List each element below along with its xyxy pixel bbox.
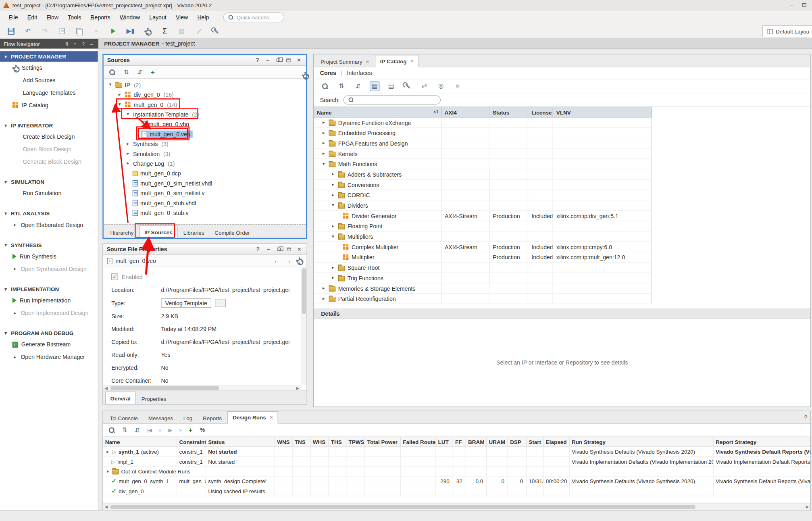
column-header-axi4[interactable]: AXI4 — [441, 107, 489, 117]
scrollbar-thumb[interactable] — [110, 386, 219, 390]
sidebar-section-implementation[interactable]: ▾ IMPLEMENTATION — [0, 284, 98, 294]
maximize-icon[interactable] — [285, 56, 292, 64]
chevron-right-icon[interactable]: ▸ — [330, 193, 335, 198]
ip-core-row-multiplier[interactable]: Multiplier ProductionIncludedxilinx.com:… — [314, 252, 651, 263]
ip-category-row-dividers[interactable]: ▾Dividers — [314, 200, 651, 211]
chevron-right-icon[interactable]: ▸ — [321, 151, 326, 156]
ip-category-row[interactable]: ▸CORDIC — [314, 190, 651, 200]
ip-category-row[interactable]: ▸Trig Functions — [314, 273, 651, 283]
ip-core-row-complex-multiplier[interactable]: Complex Multiplier AXI4-StreamProduction… — [314, 242, 651, 252]
edit-button[interactable] — [194, 27, 204, 36]
sidebar-item-create-block-design[interactable]: Create Block Design — [0, 131, 98, 143]
chevron-right-icon[interactable]: ▸ — [321, 131, 326, 135]
search-icon[interactable] — [108, 427, 115, 433]
collapse-all-icon[interactable]: ⇅ — [124, 69, 129, 75]
scroll-right-icon[interactable]: ▶ — [295, 386, 301, 390]
ip-category-row[interactable]: ▸Partial Reconfiguration — [314, 294, 651, 304]
menu-flow[interactable]: Flow — [42, 12, 63, 23]
forward-icon[interactable]: → — [285, 257, 291, 265]
maximize-icon[interactable] — [285, 246, 293, 253]
run-button[interactable] — [109, 27, 118, 36]
ip-category-row[interactable]: ▸Memories & Storage Elements — [314, 283, 651, 294]
tree-row-simulation[interactable]: ▸ Simulation (3) — [104, 149, 306, 158]
help-icon[interactable]: ? — [80, 41, 86, 46]
chevron-down-icon[interactable]: ▾ — [108, 82, 113, 87]
column-header[interactable]: Failed Routes — [401, 437, 436, 446]
expand-all-icon[interactable]: ⇅ — [137, 69, 142, 75]
column-header[interactable]: DSP — [508, 437, 527, 446]
launch-runs-icon[interactable]: ▶ — [168, 427, 172, 433]
close-icon[interactable]: × — [366, 58, 369, 64]
tree-row-sim-netlist-v[interactable]: mult_gen_0_sim_netlist.v — [104, 188, 306, 198]
sidebar-item-open-synthesized-design[interactable]: ▸ Open Synthesized Design — [0, 263, 98, 275]
menu-layout[interactable]: Layout — [145, 12, 171, 23]
sidebar-item-add-sources[interactable]: Add Sources — [0, 74, 98, 87]
expand-all-icon[interactable]: ⇅ — [135, 427, 140, 433]
tree-row-stub-vhdl[interactable]: mult_gen_0_stub.vhdl — [104, 198, 306, 208]
ip-category-row[interactable]: ▸Dynamic Function eXchange — [314, 118, 651, 128]
chevron-down-icon[interactable]: ▾ — [125, 112, 131, 117]
tree-row-synthesis[interactable]: ▸ Synthesis (3) — [104, 139, 306, 148]
percentage-icon[interactable]: % — [200, 427, 205, 433]
first-run-icon[interactable]: |◀ — [147, 427, 152, 433]
chevron-right-icon[interactable]: ▸ — [321, 296, 326, 301]
tree-row-veo-file[interactable]: mult_gen_0.veo — [104, 129, 306, 139]
sidebar-item-run-synthesis[interactable]: Run Synthesis — [0, 250, 98, 263]
tab-libraries[interactable]: Libraries — [179, 227, 209, 238]
tab-hierarchy[interactable]: Hierarchy — [106, 227, 138, 238]
column-header[interactable]: TNS — [293, 437, 311, 446]
sidebar-section-program-and-debug[interactable]: ▾ PROGRAM AND DEBUG — [0, 328, 98, 338]
sum-button[interactable]: Σ — [160, 27, 169, 36]
tab-properties[interactable]: Properties — [137, 393, 171, 404]
ip-category-row[interactable]: ▸Square Root — [314, 263, 651, 273]
gear-icon[interactable] — [296, 257, 302, 264]
search-icon[interactable] — [109, 69, 116, 75]
float-icon[interactable] — [275, 56, 282, 64]
chevron-right-icon[interactable]: ▸ — [330, 172, 335, 177]
help-icon[interactable]: ? — [254, 56, 261, 64]
sidebar-section-rtl-analysis[interactable]: ▾ RTL ANALYSIS — [0, 208, 98, 219]
chevron-down-icon[interactable]: ▾ — [321, 162, 326, 167]
sidebar-section-synthesis[interactable]: ▾ SYNTHESIS — [0, 240, 98, 250]
column-header[interactable]: LUT — [436, 437, 453, 446]
subnav-interfaces[interactable]: Interfaces — [347, 70, 372, 76]
maximize-window-icon[interactable] — [800, 1, 809, 8]
scroll-right-icon[interactable]: ▶ — [804, 504, 810, 509]
menu-view[interactable]: View — [171, 12, 193, 23]
help-icon[interactable]: ? — [254, 246, 262, 253]
menu-window[interactable]: Window — [115, 12, 144, 23]
close-icon[interactable]: × — [270, 415, 273, 421]
tab-general[interactable]: General — [105, 392, 136, 404]
ip-core-row-divider-generator[interactable]: Divider Generator AXI4-StreamProductionI… — [314, 211, 651, 221]
column-header[interactable]: WNS — [275, 437, 293, 446]
sidebar-item-settings[interactable]: Settings — [0, 62, 98, 74]
add-sources-icon[interactable]: + — [151, 68, 155, 76]
type-dropdown[interactable]: Verilog Template — [161, 298, 211, 307]
chevron-down-icon[interactable]: ▾ — [330, 203, 335, 208]
scroll-left-icon[interactable]: ◀ — [103, 504, 109, 509]
minimize-icon[interactable]: – — [264, 56, 271, 64]
column-header[interactable]: TPWS — [346, 437, 365, 446]
tree-row-ip[interactable]: ▾ IP (2) — [104, 80, 306, 90]
chevron-right-icon[interactable]: ▸ — [321, 120, 326, 125]
chevron-right-icon[interactable]: ▸ — [117, 92, 122, 97]
ip-category-row[interactable]: ▸Kernels — [314, 149, 651, 159]
step-button[interactable]: ▶▮ — [126, 27, 135, 36]
close-icon[interactable]: × — [410, 58, 413, 64]
menu-edit[interactable]: Edit — [23, 12, 42, 23]
ip-category-row[interactable]: ▸Floating Point — [314, 221, 651, 231]
minimize-icon[interactable]: – — [264, 246, 272, 253]
chevron-down-icon[interactable]: ▾ — [105, 469, 110, 474]
sidebar-item-language-templates[interactable]: Language Templates — [0, 86, 98, 99]
sidebar-item-run-simulation[interactable]: Run Simulation — [0, 187, 98, 200]
type-browse-button[interactable]: ··· — [215, 298, 226, 307]
tree-row-dcp-file[interactable]: mult_gen_0.dcp — [104, 168, 306, 178]
chevron-right-icon[interactable]: ▸ — [125, 161, 131, 166]
table-button[interactable]: ▦ — [177, 27, 186, 36]
save-button[interactable] — [6, 27, 15, 36]
tab-tcl-console[interactable]: Tcl Console — [105, 412, 143, 423]
layout-selector-button[interactable]: Default Layou — [762, 25, 812, 38]
scroll-left-icon[interactable]: ◀ — [103, 386, 109, 390]
chevron-right-icon[interactable]: ▸ — [330, 265, 335, 270]
tab-ip-sources[interactable]: IP Sources — [139, 225, 177, 238]
